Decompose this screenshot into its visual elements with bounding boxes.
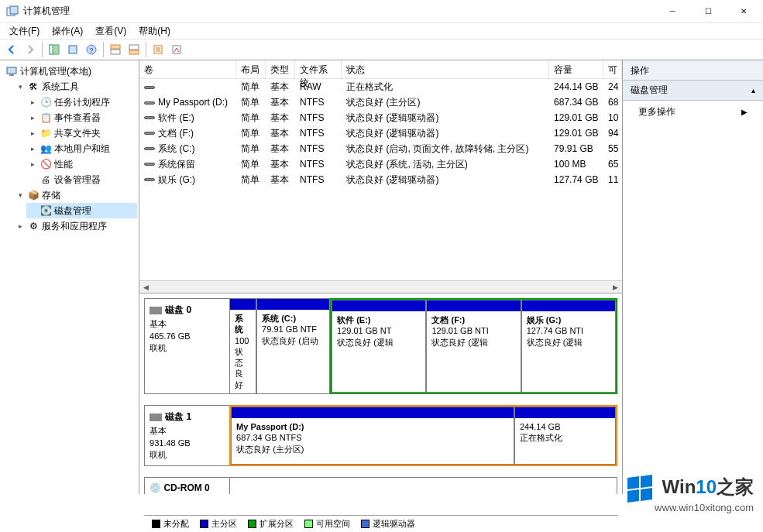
partition[interactable]: 娱乐 (G:)127.74 GB NTI状态良好 (逻辑 [521,300,616,393]
col-capacity[interactable]: 容量 [549,60,603,78]
cdrom-icon: 💿 [150,482,161,493]
maximize-button[interactable]: ☐ [690,0,726,23]
actions-pane: 操作 磁盘管理 ▴ 更多操作 ▶ [623,60,763,494]
svg-rect-4 [69,46,77,53]
legend-extended: 扩展分区 [248,518,294,530]
tree-shared-folders[interactable]: ▸📁共享文件夹 [26,125,137,141]
users-icon: 👥 [40,142,52,155]
titlebar: 计算机管理 ─ ☐ ✕ [0,0,763,23]
console-tree[interactable]: 计算机管理(本地) ▾🛠系统工具 ▸🕒任务计划程序 ▸📋事件查看器 ▸📁共享文件… [0,60,139,494]
tree-device-manager[interactable]: 🖨设备管理器 [26,172,137,187]
tree-root-label: 计算机管理(本地) [20,65,91,78]
legend-logical: 逻辑驱动器 [361,518,415,530]
perf-icon: 🚫 [40,158,52,170]
partition[interactable]: 系统 (C:)79.91 GB NTF状态良好 (启动 [256,298,330,394]
col-filesystem[interactable]: 文件系统 [295,60,342,78]
view-bottom-button[interactable] [125,41,143,58]
tree-disk-management[interactable]: 💽磁盘管理 [26,203,137,218]
partition[interactable]: My Passport (D:)687.34 GB NTFS状态良好 (主分区) [231,407,514,465]
actions-more[interactable]: 更多操作 ▶ [623,101,763,123]
volume-row[interactable]: 娱乐 (G:)简单基本NTFS状态良好 (逻辑驱动器)127.74 GB11 [139,172,622,187]
volume-list[interactable]: 卷 布局 类型 文件系统 状态 容量 可 简单基本RAW正在格式化244.14 … [139,60,622,293]
tree-local-users[interactable]: ▸👥本地用户和组 [26,141,137,156]
partition-formatting[interactable]: 244.14 GB正在格式化 [514,407,616,465]
legend-free: 可用空间 [304,518,350,530]
svg-text:?: ? [89,46,93,54]
menu-view[interactable]: 查看(V) [89,23,132,39]
clock-icon: 🕒 [40,96,52,108]
volume-header-row: 卷 布局 类型 文件系统 状态 容量 可 [139,60,622,79]
tree-storage[interactable]: ▾📦存储 [14,187,137,203]
tree-event-viewer[interactable]: ▸📋事件查看器 [26,110,137,125]
col-available[interactable]: 可 [603,60,622,78]
volume-row[interactable]: 系统保留简单基本NTFS状态良好 (系统, 活动, 主分区)100 MB65 [139,156,622,172]
volume-row[interactable]: 软件 (E:)简单基本NTFS状态良好 (逻辑驱动器)129.01 GB10 [139,110,622,125]
volume-row[interactable]: 简单基本RAW正在格式化244.14 GB24 [139,79,622,94]
disk-row-1[interactable]: 磁盘 1 基本 931.48 GB 联机 My Passport (D:)687… [144,405,617,466]
cdrom-info[interactable]: 💿 CD-ROM 0 DVD (H:) [144,477,229,494]
svg-rect-13 [7,67,16,74]
close-button[interactable]: ✕ [726,0,761,23]
services-icon: ⚙ [27,220,40,232]
wrench-icon: 🛠 [27,81,40,93]
disk-0-info[interactable]: 磁盘 0 基本 465.76 GB 联机 [144,298,229,394]
main-area: 计算机管理(本地) ▾🛠系统工具 ▸🕒任务计划程序 ▸📋事件查看器 ▸📁共享文件… [0,60,763,494]
tree-task-scheduler[interactable]: ▸🕒任务计划程序 [26,94,137,110]
disk-row-cdrom[interactable]: 💿 CD-ROM 0 DVD (H:) [144,477,617,494]
actions-section[interactable]: 磁盘管理 ▴ [623,81,763,101]
window-title: 计算机管理 [23,5,655,18]
tree-performance[interactable]: ▸🚫性能 [26,156,137,172]
volume-row[interactable]: 文档 (F:)简单基本NTFS状态良好 (逻辑驱动器)129.01 GB94 [139,125,622,141]
disk-graphical-view[interactable]: 磁盘 0 基本 465.76 GB 联机 系统100状态良好 系统 (C:)79… [139,293,622,494]
collapse-icon: ▴ [751,86,755,94]
tree-services-apps[interactable]: ▸⚙服务和应用程序 [14,218,137,234]
minimize-button[interactable]: ─ [655,0,690,23]
col-type[interactable]: 类型 [266,60,295,78]
svg-rect-12 [173,46,180,53]
scroll-left-button[interactable]: ◀ [139,281,153,293]
menubar: 文件(F) 操作(A) 查看(V) 帮助(H) [0,23,763,39]
partition[interactable]: 软件 (E:)129.01 GB NT状态良好 (逻辑 [332,300,426,393]
help-button[interactable]: ? [83,41,100,58]
disk-row-0[interactable]: 磁盘 0 基本 465.76 GB 联机 系统100状态良好 系统 (C:)79… [144,298,617,394]
menu-file[interactable]: 文件(F) [3,23,46,39]
menu-help[interactable]: 帮助(H) [132,23,177,39]
properties-button[interactable] [64,41,81,58]
actions-header: 操作 [623,60,763,81]
partition[interactable]: 文档 (F:)129.01 GB NTI状态良好 (逻辑 [426,300,521,393]
svg-rect-8 [111,50,120,54]
app-icon [6,5,19,18]
tree-root[interactable]: 计算机管理(本地) [2,63,137,79]
disk-1-info[interactable]: 磁盘 1 基本 931.48 GB 联机 [144,405,229,466]
nav-back-button[interactable] [3,41,20,58]
partition[interactable]: 系统100状态良好 [229,298,256,394]
col-status[interactable]: 状态 [342,60,549,78]
svg-rect-9 [129,45,139,50]
chevron-right-icon: ▶ [741,108,748,116]
event-icon: 📋 [40,112,52,124]
legend-primary: 主分区 [200,518,237,530]
folder-shared-icon: 📁 [40,127,52,139]
col-layout[interactable]: 布局 [236,60,266,78]
svg-rect-7 [111,45,120,49]
tree-system-tools[interactable]: ▾🛠系统工具 [14,79,137,94]
legend-unallocated: 未分配 [152,518,189,530]
volume-row[interactable]: My Passport (D:)简单基本NTFS状态良好 (主分区)687.34… [139,94,622,110]
disk-icon: 💽 [40,204,52,217]
settings-button[interactable] [150,41,167,58]
center-pane: 卷 布局 类型 文件系统 状态 容量 可 简单基本RAW正在格式化244.14 … [139,60,623,494]
storage-icon: 📦 [27,189,40,201]
view-top-button[interactable] [107,41,124,58]
computer-icon [5,65,18,77]
volume-row[interactable]: 系统 (C:)简单基本NTFS状态良好 (启动, 页面文件, 故障转储, 主分区… [139,141,622,156]
disk-legend: 未分配 主分区 扩展分区 可用空间 逻辑驱动器 [144,515,618,532]
scroll-right-button[interactable]: ▶ [609,281,622,293]
menu-action[interactable]: 操作(A) [46,23,89,39]
col-volume[interactable]: 卷 [139,60,236,78]
options-button[interactable] [168,41,185,58]
windows-logo-icon [627,475,654,502]
show-hide-tree-button[interactable] [46,41,63,58]
volume-scrollbar[interactable]: ◀ ▶ [139,280,622,293]
nav-forward-button[interactable] [22,41,39,58]
svg-rect-14 [9,74,14,76]
